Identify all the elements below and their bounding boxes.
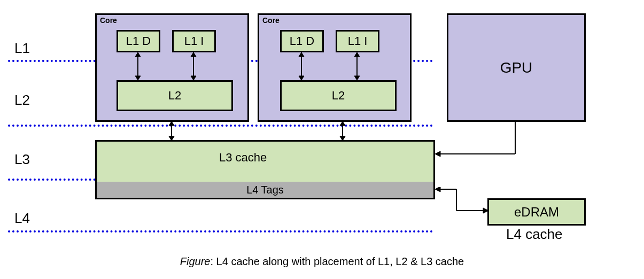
arrow-l2-l3-core1 <box>168 121 175 141</box>
edram-box: eDRAM <box>487 198 586 226</box>
gpu-box: GPU <box>447 13 586 122</box>
svg-marker-22 <box>435 187 440 192</box>
svg-marker-16 <box>340 121 345 126</box>
arrow-l1d-l2-core2 <box>298 52 305 80</box>
l4cache-label: L4 cache <box>506 226 563 243</box>
l1d-box-1: L1 D <box>117 30 160 52</box>
caption-prefix: Figure <box>180 255 211 267</box>
connector-gpu-l3 <box>435 122 521 159</box>
l3-cache-label: L3 cache <box>219 151 267 165</box>
caption-text: : L4 cache along with placement of L1, L… <box>210 255 464 267</box>
svg-marker-2 <box>135 76 141 80</box>
svg-marker-4 <box>191 52 196 57</box>
svg-marker-1 <box>135 52 141 57</box>
svg-marker-11 <box>354 76 360 80</box>
l1i-box-1: L1 I <box>172 30 216 52</box>
level-label-l1: L1 <box>14 40 30 57</box>
level-label-l3: L3 <box>14 151 30 168</box>
arrow-l1i-l2-core2 <box>353 52 361 80</box>
level-label-l4: L4 <box>14 210 30 227</box>
svg-marker-20 <box>435 151 440 157</box>
svg-marker-7 <box>299 52 304 57</box>
l2-box-2: L2 <box>280 80 397 111</box>
core-label-1: Core <box>100 16 117 25</box>
svg-marker-25 <box>483 208 488 213</box>
divider-l4 <box>8 230 433 232</box>
svg-marker-10 <box>354 52 360 57</box>
svg-marker-5 <box>191 76 196 80</box>
divider-l2 <box>8 125 433 127</box>
figure-caption: Figure: L4 cache along with placement of… <box>0 255 644 268</box>
connector-l4-edram <box>435 187 488 214</box>
svg-marker-17 <box>340 136 345 141</box>
core-label-2: Core <box>262 16 280 25</box>
arrow-l1d-l2-core1 <box>134 52 142 80</box>
svg-marker-14 <box>169 136 174 141</box>
arrow-l1i-l2-core1 <box>190 52 197 80</box>
l2-box-1: L2 <box>117 80 233 111</box>
arrow-l2-l3-core2 <box>339 121 346 141</box>
svg-marker-8 <box>299 76 304 80</box>
l4tags-box: L4 Tags <box>97 182 433 198</box>
l1i-box-2: L1 I <box>336 30 379 52</box>
svg-marker-13 <box>169 121 174 126</box>
l1d-box-2: L1 D <box>280 30 324 52</box>
level-label-l2: L2 <box>14 92 30 108</box>
